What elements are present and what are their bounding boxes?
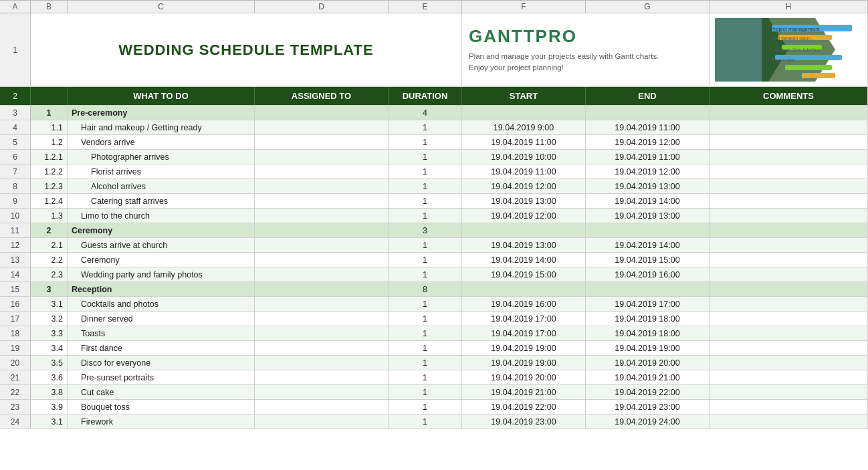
- assigned-to: [255, 415, 389, 429]
- gantt-chart-svg: Project management Next iteration plann.…: [715, 18, 862, 82]
- end-date: [586, 282, 710, 296]
- start-date: 19.04.2019 14:00: [462, 253, 586, 267]
- task-number: 1.2.4: [31, 194, 68, 208]
- table-row: 11 2 Ceremony 3: [0, 223, 868, 238]
- task-number: 3.1: [31, 415, 68, 429]
- comments: [710, 282, 868, 296]
- comments: [710, 385, 868, 399]
- duration: 1: [389, 370, 462, 384]
- task-number: 2.3: [31, 267, 68, 281]
- comments: [710, 356, 868, 370]
- row-num: 3: [0, 106, 31, 120]
- task-name: Pre-ceremony: [68, 106, 255, 120]
- table-row: 18 3.3 Toasts 1 19.04.2019 17:00 19.04.2…: [0, 326, 868, 341]
- start-date: 19.04.2019 9:00: [462, 120, 586, 134]
- task-name: Alcohol arrives: [68, 179, 255, 193]
- assigned-to: [255, 356, 389, 370]
- comments: [710, 415, 868, 429]
- assigned-to: [255, 326, 389, 340]
- duration: 1: [389, 120, 462, 134]
- row-num: 17: [0, 312, 31, 326]
- task-name: Ceremony: [68, 253, 255, 267]
- header-num: [31, 87, 68, 105]
- end-date: [586, 106, 710, 120]
- task-number: 3.5: [31, 356, 68, 370]
- start-date: 19.04.2019 11:00: [462, 135, 586, 149]
- duration: 1: [389, 267, 462, 281]
- table-row: 10 1.3 Limo to the church 1 19.04.2019 1…: [0, 209, 868, 223]
- task-number: 3.3: [31, 326, 68, 340]
- start-date: 19.04.2019 20:00: [462, 370, 586, 384]
- table-row: 13 2.2 Ceremony 1 19.04.2019 14:00 19.04…: [0, 253, 868, 267]
- comments: [710, 106, 868, 120]
- row-num: 24: [0, 415, 31, 429]
- table-row: 20 3.5 Disco for everyone 1 19.04.2019 1…: [0, 356, 868, 370]
- task-name: Wedding party and family photos: [68, 267, 255, 281]
- col-header-f: F: [462, 1, 586, 13]
- table-row: 7 1.2.2 Florist arrives 1 19.04.2019 11:…: [0, 164, 868, 179]
- task-name: Cocktails and photos: [68, 297, 255, 311]
- task-number: 3: [31, 282, 68, 296]
- ganttpro-chart: Project management Next iteration plann.…: [710, 13, 868, 86]
- duration: 1: [389, 150, 462, 164]
- assigned-to: [255, 223, 389, 237]
- task-number: 1.2: [31, 135, 68, 149]
- ganttpro-logo: GANTTPRO: [469, 26, 577, 47]
- table-row: 5 1.2 Vendors arrive 1 19.04.2019 11:00 …: [0, 135, 868, 150]
- col-header-d: D: [255, 1, 389, 13]
- row-num: 11: [0, 223, 31, 237]
- task-number: 3.6: [31, 370, 68, 384]
- row-num: 12: [0, 238, 31, 252]
- comments: [710, 164, 868, 179]
- task-number: 2.2: [31, 253, 68, 267]
- end-date: 19.04.2019 11:00: [586, 120, 710, 134]
- end-date: 19.04.2019 13:00: [586, 209, 710, 223]
- duration: 1: [389, 326, 462, 340]
- comments: [710, 238, 868, 252]
- assigned-to: [255, 385, 389, 399]
- start-date: 19.04.2019 15:00: [462, 267, 586, 281]
- comments: [710, 326, 868, 340]
- task-name: Cut cake: [68, 385, 255, 399]
- svg-text:Project management: Project management: [770, 26, 821, 32]
- ganttpro-tagline-1: Plan and manage your projects easily wit…: [469, 51, 659, 62]
- end-date: 19.04.2019 20:00: [586, 356, 710, 370]
- task-name: Florist arrives: [68, 164, 255, 179]
- comments: [710, 253, 868, 267]
- table-row: 12 2.1 Guests arrive at church 1 19.04.2…: [0, 238, 868, 253]
- table-row: 17 3.2 Dinner served 1 19.04.2019 17:00 …: [0, 312, 868, 326]
- table-row: 8 1.2.3 Alcohol arrives 1 19.04.2019 12:…: [0, 179, 868, 194]
- task-name: Reception: [68, 282, 255, 296]
- duration: 1: [389, 415, 462, 429]
- ganttpro-tagline-2: Enjoy your project planning!: [469, 62, 564, 74]
- start-date: 19.04.2019 19:00: [462, 356, 586, 370]
- assigned-to: [255, 150, 389, 164]
- assigned-to: [255, 253, 389, 267]
- task-number: 1.2.3: [31, 179, 68, 193]
- task-name: Catering staff arrives: [68, 194, 255, 208]
- end-date: 19.04.2019 18:00: [586, 312, 710, 326]
- duration: 1: [389, 164, 462, 179]
- assigned-to: [255, 238, 389, 252]
- ganttpro-info: GANTTPRO Plan and manage your projects e…: [462, 13, 710, 86]
- table-row: 22 3.8 Cut cake 1 19.04.2019 21:00 19.04…: [0, 385, 868, 400]
- task-name: Guests arrive at church: [68, 238, 255, 252]
- end-date: 19.04.2019 23:00: [586, 400, 710, 414]
- table-row: 23 3.9 Bouquet toss 1 19.04.2019 22:00 1…: [0, 400, 868, 415]
- duration: 1: [389, 312, 462, 326]
- row-num: 21: [0, 370, 31, 384]
- comments: [710, 150, 868, 164]
- task-name: Disco for everyone: [68, 356, 255, 370]
- row-num: 19: [0, 341, 31, 355]
- start-date: 19.04.2019 12:00: [462, 179, 586, 193]
- comments: [710, 312, 868, 326]
- duration: 1: [389, 238, 462, 252]
- table-row: 16 3.1 Cocktails and photos 1 19.04.2019…: [0, 297, 868, 312]
- assigned-to: [255, 194, 389, 208]
- end-date: 19.04.2019 12:00: [586, 135, 710, 149]
- row-num: 9: [0, 194, 31, 208]
- comments: [710, 209, 868, 223]
- comments: [710, 297, 868, 311]
- row-num: 23: [0, 400, 31, 414]
- assigned-to: [255, 312, 389, 326]
